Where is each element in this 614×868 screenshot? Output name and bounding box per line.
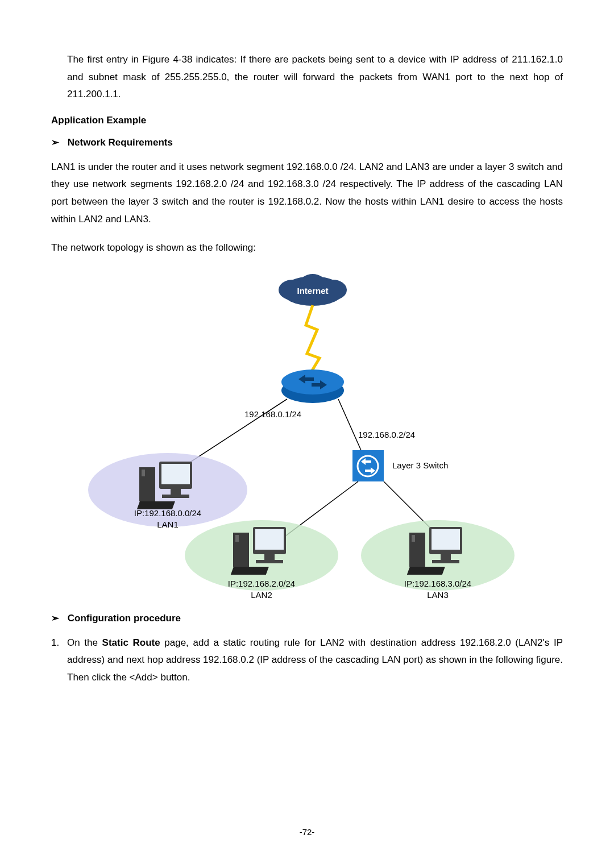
lan1-name-label: LAN1 [157, 520, 179, 529]
svg-rect-26 [441, 554, 451, 560]
internet-label: Internet [297, 286, 328, 296]
network-requirements-paragraph: LAN1 is under the router and it uses net… [51, 159, 563, 228]
svg-rect-16 [235, 535, 239, 542]
switch-icon [352, 450, 384, 481]
router-icon [281, 369, 344, 403]
svg-rect-21 [231, 567, 269, 575]
svg-point-5 [281, 369, 344, 394]
topology-svg: Internet 192.168.0.1/24 192.168.0.2/24 [74, 268, 540, 598]
step-text: On the Static Route page, add a static r… [67, 634, 563, 687]
svg-rect-19 [264, 554, 275, 560]
svg-rect-10 [171, 489, 181, 495]
router-ip-label: 192.168.0.1/24 [244, 409, 301, 419]
link-line [338, 399, 361, 450]
step-text-prefix: On the [67, 637, 102, 648]
document-page: The first entry in Figure 4-38 indicates… [0, 0, 614, 868]
network-requirements-label: Network Requirements [68, 137, 173, 148]
svg-rect-7 [142, 470, 145, 476]
intro-paragraph: The first entry in Figure 4-38 indicates… [67, 51, 563, 103]
svg-rect-27 [432, 560, 459, 563]
lan3-ip-label: IP:192.168.3.0/24 [404, 579, 471, 588]
chevron-right-icon: ➢ [51, 136, 65, 148]
network-requirements-heading: ➢ Network Requirements [51, 136, 563, 148]
svg-rect-11 [162, 495, 189, 498]
svg-rect-28 [407, 567, 445, 575]
step-1: 1. On the Static Route page, add a stati… [51, 634, 563, 687]
switch-ip-label: 192.168.0.2/24 [358, 430, 415, 439]
lan2-name-label: LAN2 [251, 590, 272, 598]
lan2-ip-label: IP:192.168.2.0/24 [228, 579, 295, 588]
application-example-heading: Application Example [51, 115, 563, 126]
lan1-ip-label: IP:192.168.0.0/24 [134, 508, 201, 518]
svg-rect-25 [432, 529, 460, 550]
step-number: 1. [51, 634, 67, 687]
page-number: -72- [0, 827, 614, 837]
switch-label: Layer 3 Switch [392, 460, 448, 470]
svg-rect-23 [412, 535, 415, 542]
lightning-link-icon [306, 305, 320, 375]
internet-cloud-icon: Internet [279, 274, 347, 306]
svg-rect-9 [161, 464, 190, 484]
svg-rect-18 [255, 529, 284, 550]
svg-rect-20 [256, 560, 283, 563]
lan3-name-label: LAN3 [427, 590, 449, 598]
configuration-procedure-label: Configuration procedure [68, 613, 181, 624]
topology-intro-paragraph: The network topology is shown as the fol… [51, 239, 563, 257]
step-text-bold: Static Route [102, 637, 160, 648]
chevron-right-icon: ➢ [51, 612, 65, 624]
network-topology-diagram: Internet 192.168.0.1/24 192.168.0.2/24 [51, 268, 563, 598]
configuration-procedure-heading: ➢ Configuration procedure [51, 612, 563, 624]
